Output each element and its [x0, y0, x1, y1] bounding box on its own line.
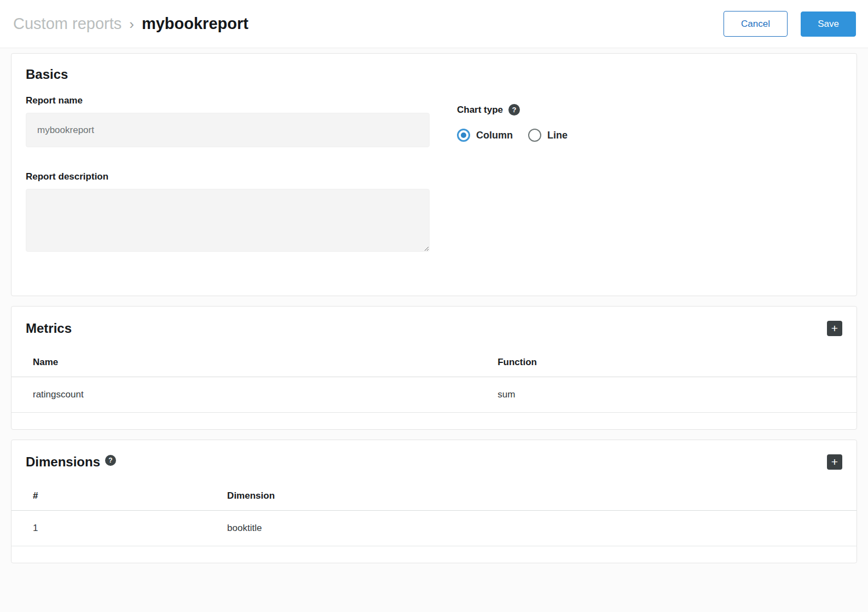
dimension-index-cell: 1 — [11, 511, 206, 546]
dimensions-header-row: # Dimension — [11, 483, 857, 511]
dimensions-help-icon[interactable]: ? — [105, 455, 116, 466]
save-button[interactable]: Save — [801, 11, 856, 37]
radio-button-icon[interactable] — [457, 129, 470, 142]
metrics-card: Metrics + Name Function ratingscount sum — [11, 306, 857, 430]
metrics-header-row: Name Function — [11, 349, 857, 377]
dimensions-column-header-index: # — [11, 483, 206, 511]
chart-type-help-icon[interactable]: ? — [508, 104, 520, 116]
radio-button-icon[interactable] — [528, 129, 541, 142]
basics-right-column: Chart type ? Column Line — [457, 67, 842, 254]
breadcrumb-current: mybookreport — [142, 15, 248, 33]
basics-left-column: Basics Report name Report description — [26, 67, 430, 254]
radio-label-line: Line — [547, 130, 568, 141]
radio-label-column: Column — [476, 130, 513, 141]
metrics-title: Metrics — [26, 321, 72, 336]
report-name-label: Report name — [26, 95, 430, 106]
page-header: Custom reports › mybookreport Cancel Sav… — [0, 0, 868, 48]
cancel-button[interactable]: Cancel — [724, 11, 788, 37]
dimension-name-cell: booktitle — [206, 511, 857, 546]
chart-type-option-line[interactable]: Line — [528, 129, 568, 142]
add-dimension-button[interactable]: + — [827, 454, 842, 470]
dimensions-table: # Dimension 1 booktitle — [11, 483, 857, 546]
chevron-right-icon: › — [129, 16, 134, 33]
add-metric-button[interactable]: + — [827, 321, 842, 336]
report-description-textarea[interactable] — [26, 189, 430, 252]
metrics-column-header-function: Function — [476, 349, 857, 377]
metric-name-cell: ratingscount — [11, 377, 476, 413]
chart-type-option-column[interactable]: Column — [457, 129, 513, 142]
metric-function-cell: sum — [476, 377, 857, 413]
breadcrumb-parent-link[interactable]: Custom reports — [13, 15, 121, 33]
chart-type-radio-group: Column Line — [457, 129, 842, 142]
table-row[interactable]: ratingscount sum — [11, 377, 857, 413]
report-name-input[interactable] — [26, 113, 430, 147]
basics-title: Basics — [26, 67, 430, 82]
chart-type-label: Chart type — [457, 105, 503, 116]
metrics-table: Name Function ratingscount sum — [11, 349, 857, 413]
breadcrumb: Custom reports › mybookreport — [13, 15, 248, 33]
basics-card: Basics Report name Report description Ch… — [11, 53, 857, 296]
table-row[interactable]: 1 booktitle — [11, 511, 857, 546]
report-description-label: Report description — [26, 171, 430, 182]
dimensions-column-header-dimension: Dimension — [206, 483, 857, 511]
dimensions-card: Dimensions ? + # Dimension 1 booktitle — [11, 440, 857, 563]
header-actions: Cancel Save — [724, 11, 856, 37]
metrics-column-header-name: Name — [11, 349, 476, 377]
dimensions-title: Dimensions — [26, 454, 100, 470]
